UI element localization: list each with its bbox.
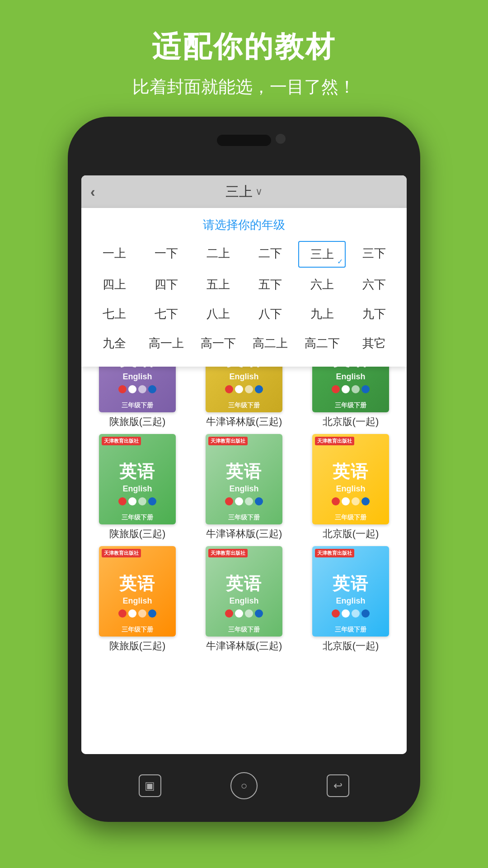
grade-item-3a[interactable]: 三上 <box>298 241 346 268</box>
grade-item-9c[interactable]: 九全 <box>90 331 138 356</box>
book-item-sl3[interactable]: 天津教育出版社英语English三年级下册陕旅版(三起) <box>87 546 188 653</box>
back-button[interactable]: ‹ <box>90 184 95 200</box>
book-label-nj2: 牛津译林版(三起) <box>206 527 282 541</box>
grade-item-6a[interactable]: 六上 <box>298 272 346 297</box>
recents-icon: ▣ <box>145 779 155 792</box>
grade-item-7a[interactable]: 七上 <box>90 302 138 326</box>
grade-dropdown-title: 请选择你的年级 <box>86 217 402 233</box>
grade-dropdown: 请选择你的年级 一上一下二上二下三上三下四上四下五上五下六上六下七上七下八上八下… <box>81 208 407 367</box>
book-label-bj1: 北京版(一起) <box>323 415 379 429</box>
selected-grade-label: 三上 <box>225 183 253 201</box>
grade-selector-button[interactable]: 三上 ∨ <box>225 183 263 201</box>
grade-item-3b[interactable]: 三下 <box>350 241 398 268</box>
book-label-nj3: 牛津译林版(三起) <box>206 639 282 653</box>
book-label-sl1: 陕旅版(三起) <box>109 415 166 429</box>
grade-item-2a[interactable]: 二上 <box>194 241 242 268</box>
grade-item-4a[interactable]: 四上 <box>90 272 138 297</box>
grade-item-5a[interactable]: 五上 <box>194 272 242 297</box>
phone-frame: ‹ 三上 ∨ 天津教育出版社英语English三年级下册陕旅版(三起)天津教育出… <box>68 117 420 822</box>
book-label-sl3: 陕旅版(三起) <box>109 639 166 653</box>
book-label-bj3: 北京版(一起) <box>323 639 379 653</box>
dropdown-arrow-icon: ∨ <box>255 186 263 198</box>
screen-content: ‹ 三上 ∨ 天津教育出版社英语English三年级下册陕旅版(三起)天津教育出… <box>81 175 407 754</box>
nav-recents-button[interactable]: ▣ <box>139 774 161 797</box>
phone-screen: ‹ 三上 ∨ 天津教育出版社英语English三年级下册陕旅版(三起)天津教育出… <box>81 175 407 754</box>
book-label-bj2: 北京版(一起) <box>323 527 379 541</box>
book-label-sl2: 陕旅版(三起) <box>109 527 166 541</box>
book-label-nj1: 牛津译林版(三起) <box>206 415 282 429</box>
grade-item-9b[interactable]: 九下 <box>350 302 398 326</box>
book-item-nj2[interactable]: 天津教育出版社英语English三年级下册牛津译林版(三起) <box>193 434 295 541</box>
grade-item-8a[interactable]: 八上 <box>194 302 242 326</box>
grade-item-2b[interactable]: 二下 <box>246 241 294 268</box>
phone-speaker <box>217 135 271 146</box>
back-nav-icon: ↩ <box>333 779 343 792</box>
phone-camera <box>276 134 286 144</box>
book-item-nj3[interactable]: 天津教育出版社英语English三年级下册牛津译林版(三起) <box>193 546 295 653</box>
grade-item-6b[interactable]: 六下 <box>350 272 398 297</box>
grade-item-1b[interactable]: 一下 <box>142 241 190 268</box>
grade-item-1a[interactable]: 一上 <box>90 241 138 268</box>
phone-nav: ▣ ○ ↩ <box>68 772 420 799</box>
home-icon: ○ <box>241 779 248 792</box>
grade-item-g1b[interactable]: 高一下 <box>194 331 242 356</box>
phone-shell: ‹ 三上 ∨ 天津教育出版社英语English三年级下册陕旅版(三起)天津教育出… <box>68 117 420 822</box>
grade-item-4b[interactable]: 四下 <box>142 272 190 297</box>
books-grid: 天津教育出版社英语English三年级下册陕旅版(三起)天津教育出版社英语Eng… <box>81 316 407 658</box>
book-item-sl2[interactable]: 天津教育出版社英语English三年级下册陕旅版(三起) <box>87 434 188 541</box>
grade-item-7b[interactable]: 七下 <box>142 302 190 326</box>
nav-back-button[interactable]: ↩ <box>327 774 349 797</box>
grade-item-g2b[interactable]: 高二下 <box>298 331 346 356</box>
book-item-bj2[interactable]: 天津教育出版社英语English三年级下册北京版(一起) <box>300 434 401 541</box>
book-item-bj3[interactable]: 天津教育出版社英语English三年级下册北京版(一起) <box>300 546 401 653</box>
top-bar: ‹ 三上 ∨ <box>81 175 407 208</box>
nav-home-button[interactable]: ○ <box>230 772 258 799</box>
grade-item-g2a[interactable]: 高二上 <box>246 331 294 356</box>
grade-item-5b[interactable]: 五下 <box>246 272 294 297</box>
grade-item-other[interactable]: 其它 <box>350 331 398 356</box>
grade-item-g1a[interactable]: 高一上 <box>142 331 190 356</box>
grade-item-9a[interactable]: 九上 <box>298 302 346 326</box>
page-title: 适配你的教材 <box>152 27 336 66</box>
grade-grid: 一上一下二上二下三上三下四上四下五上五下六上六下七上七下八上八下九上九下九全高一… <box>86 241 402 356</box>
grade-item-8b[interactable]: 八下 <box>246 302 294 326</box>
page-subtitle: 比着封面就能选，一目了然！ <box>132 75 356 99</box>
